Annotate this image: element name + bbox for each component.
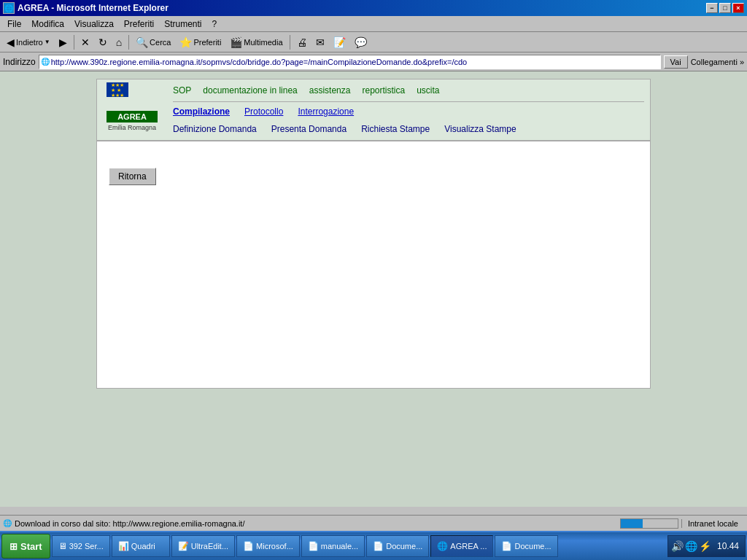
- taskbar-label-5: Docume...: [386, 542, 422, 551]
- go-button[interactable]: Vai: [664, 55, 688, 69]
- address-label: Indirizzo: [3, 57, 36, 67]
- taskbar-items: 🖥 392 Ser... 📊 Quadri 📝 UltraEdit... 📄 M…: [52, 535, 666, 557]
- subsubnav-richiesta[interactable]: Richiesta Stampe: [361, 124, 430, 134]
- refresh-button[interactable]: ↻: [95, 34, 111, 50]
- taskbar-label-1: Quadri: [131, 542, 155, 551]
- edit-button[interactable]: 📝: [330, 34, 349, 50]
- taskbar-item-1[interactable]: 📊 Quadri: [112, 535, 170, 557]
- address-bar: Indirizzo 🌐 Vai Collegamenti »: [0, 52, 747, 71]
- start-button[interactable]: ⊞ Start: [1, 534, 50, 559]
- taskbar-icon-5: 📄: [373, 541, 384, 551]
- site-header: ★★★★ ★★★★ AGREA Emilia Romagna SOP docum…: [96, 79, 651, 141]
- taskbar-item-5[interactable]: 📄 Docume...: [366, 535, 429, 557]
- taskbar-label-3: Microsof...: [256, 542, 293, 551]
- separator-3: [290, 35, 290, 50]
- menu-file[interactable]: File: [3, 18, 26, 31]
- discuss-button[interactable]: 💬: [351, 34, 371, 50]
- topnav-uscita[interactable]: uscita: [417, 85, 439, 96]
- mail-icon: ✉: [316, 36, 325, 48]
- address-input[interactable]: [51, 58, 659, 66]
- subsubnav-presenta[interactable]: Presenta Domanda: [271, 124, 347, 134]
- sub-nav: Compilazione Protocollo Interrogazione: [173, 102, 644, 121]
- favorites-button[interactable]: ⭐ Preferiti: [176, 34, 225, 50]
- print-icon: 🖨: [297, 36, 307, 48]
- back-dropdown-icon[interactable]: ▼: [44, 39, 50, 45]
- taskbar-item-4[interactable]: 📄 manuale...: [301, 535, 365, 557]
- taskbar-item-7[interactable]: 📄 Docume...: [495, 535, 557, 557]
- page-container: ★★★★ ★★★★ AGREA Emilia Romagna SOP docum…: [96, 79, 651, 389]
- taskbar-icon-2: 📝: [178, 541, 189, 551]
- taskbar-item-6[interactable]: 🌐 AGREA ...: [430, 535, 493, 557]
- browser-content: ★★★★ ★★★★ AGREA Emilia Romagna SOP docum…: [0, 71, 747, 507]
- tray-icon-2: 🌐: [685, 540, 697, 552]
- mail-button[interactable]: ✉: [312, 34, 328, 50]
- eu-stars: ★★★★ ★★★★: [111, 82, 124, 98]
- topnav-docs[interactable]: documentazione in linea: [203, 85, 297, 96]
- search-icon: 🔍: [136, 36, 148, 48]
- app-icon: 🌐: [3, 2, 15, 14]
- menu-modifica[interactable]: Modifica: [27, 18, 69, 31]
- subnav-interrogazione[interactable]: Interrogazione: [298, 106, 354, 117]
- refresh-icon: ↻: [98, 36, 107, 48]
- clock: 10.44: [714, 541, 742, 551]
- nav-area: SOP documentazione in linea assistenza r…: [173, 82, 644, 137]
- taskbar-label-0: 392 Ser...: [69, 542, 104, 551]
- taskbar-right: 🔊 🌐 ⚡ 10.44: [667, 535, 746, 557]
- subsubnav-visualizza[interactable]: Visualizza Stampe: [444, 124, 516, 134]
- minimize-button[interactable]: −: [706, 3, 718, 13]
- search-label: Cerca: [150, 38, 171, 47]
- search-button[interactable]: 🔍 Cerca: [132, 34, 174, 50]
- stop-icon: ✕: [81, 36, 90, 48]
- agrea-logo: AGREA: [107, 111, 158, 122]
- menu-preferiti[interactable]: Preferiti: [120, 18, 158, 31]
- eu-flag: ★★★★ ★★★★: [107, 82, 128, 97]
- maximize-button[interactable]: □: [719, 3, 731, 13]
- taskbar-label-2: UltraEdit...: [191, 542, 228, 551]
- sub-sub-nav: Definizione Domanda Presenta Domanda Ric…: [173, 121, 644, 137]
- address-input-container[interactable]: 🌐: [39, 55, 661, 69]
- forward-button[interactable]: ▶: [55, 34, 71, 50]
- menu-bar: File Modifica Visualizza Preferiti Strum…: [0, 16, 747, 32]
- multimedia-icon: 🎬: [230, 36, 242, 48]
- print-button[interactable]: 🖨: [293, 34, 311, 50]
- ritorna-button[interactable]: Ritorna: [109, 168, 156, 185]
- discuss-icon: 💬: [355, 36, 367, 48]
- multimedia-label: Multimedia: [244, 38, 282, 47]
- tray-icon-3: ⚡: [699, 540, 711, 552]
- topnav-assistenza[interactable]: assistenza: [309, 85, 351, 96]
- menu-strumenti[interactable]: Strumenti: [160, 18, 206, 31]
- links-button[interactable]: Collegamenti »: [691, 58, 744, 66]
- back-label: Indietro: [16, 38, 43, 47]
- progress-fill: [621, 519, 643, 528]
- home-button[interactable]: ⌂: [112, 34, 125, 50]
- taskbar-item-0[interactable]: 🖥 392 Ser...: [52, 535, 110, 557]
- favorites-icon: ⭐: [179, 36, 192, 48]
- multimedia-button[interactable]: 🎬 Multimedia: [226, 34, 286, 50]
- back-icon: ◀: [7, 36, 15, 48]
- taskbar-item-2[interactable]: 📝 UltraEdit...: [171, 535, 235, 557]
- tray-icon-1: 🔊: [671, 540, 684, 552]
- title-bar: 🌐 AGREA - Microsoft Internet Explorer − …: [0, 0, 747, 16]
- status-message: Download in corso dal sito: http://www.r…: [15, 519, 244, 528]
- taskbar-item-3[interactable]: 📄 Microsof...: [236, 535, 300, 557]
- taskbar-icon-4: 📄: [308, 541, 319, 551]
- progress-bar: [620, 518, 678, 529]
- back-button[interactable]: ◀ Indietro ▼: [3, 34, 54, 50]
- page-icon: 🌐: [41, 58, 50, 66]
- topnav-reportistica[interactable]: reportistica: [362, 85, 405, 96]
- separator-1: [74, 35, 74, 50]
- status-icon: 🌐: [3, 519, 12, 527]
- home-icon: ⌂: [116, 36, 122, 48]
- taskbar-icon-1: 📊: [118, 541, 129, 551]
- menu-visualizza[interactable]: Visualizza: [70, 18, 118, 31]
- logo-area: ★★★★ ★★★★ AGREA Emilia Romagna: [103, 82, 161, 137]
- edit-icon: 📝: [333, 36, 346, 48]
- subnav-protocollo[interactable]: Protocollo: [244, 106, 283, 117]
- topnav-sop[interactable]: SOP: [173, 85, 191, 96]
- close-button[interactable]: ×: [732, 3, 744, 13]
- subnav-compilazione[interactable]: Compilazione: [173, 106, 230, 117]
- menu-help[interactable]: ?: [208, 18, 222, 31]
- favorites-label: Preferiti: [193, 38, 221, 47]
- stop-button[interactable]: ✕: [77, 34, 93, 50]
- subsubnav-definizione[interactable]: Definizione Domanda: [173, 124, 257, 134]
